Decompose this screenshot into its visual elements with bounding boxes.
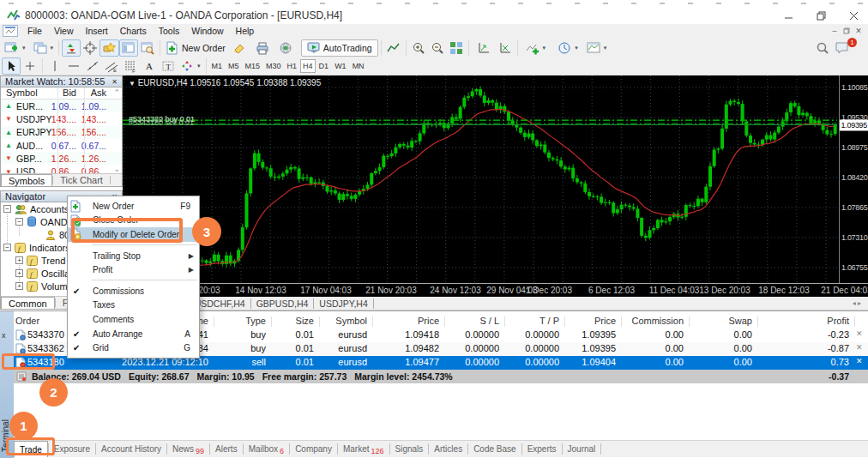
context-menu-item-profit[interactable]: Profit▶ xyxy=(68,262,199,277)
terminal-tab-articles[interactable]: Articles xyxy=(429,441,467,457)
periods-button[interactable]: ▾ xyxy=(555,39,581,57)
market-watch-col-ask[interactable]: Ask xyxy=(91,87,106,98)
timeframe-w1-button[interactable]: W1 xyxy=(332,59,349,73)
channel-tool-button[interactable]: E xyxy=(102,57,121,75)
search-icon[interactable] xyxy=(813,39,832,57)
child-minimize-button[interactable]: ‒ xyxy=(829,26,841,36)
window-restore-button[interactable] xyxy=(808,8,834,23)
terminal-col-swap[interactable]: Swap xyxy=(728,316,752,326)
templates-button[interactable]: ▾ xyxy=(584,39,610,57)
terminal-tab-experts[interactable]: Experts xyxy=(522,441,562,457)
market-watch-row[interactable]: ▲EUR...1.09...1.09... xyxy=(1,99,122,112)
terminal-col-s-l[interactable]: S / L xyxy=(479,316,499,326)
market-watch-col-symbol[interactable]: Symbol xyxy=(6,87,38,98)
timeframe-mn-button[interactable]: MN xyxy=(350,59,367,73)
market-watch-row[interactable]: ▲EURJPY156....156.... xyxy=(1,126,122,139)
menu-file[interactable]: File xyxy=(21,25,48,37)
timeframe-m30-button[interactable]: M30 xyxy=(263,59,284,73)
crosshair-tool-button[interactable] xyxy=(21,57,39,75)
fibonacci-tool-button[interactable]: F xyxy=(121,57,140,75)
terminal-tab-company[interactable]: Company xyxy=(290,441,337,457)
chart-shift-button[interactable] xyxy=(496,39,515,57)
close-order-icon[interactable]: ✕ xyxy=(856,357,863,365)
context-menu-item-taxes[interactable]: Taxes xyxy=(68,298,199,313)
chat-button[interactable]: 1 xyxy=(832,39,865,57)
print-button[interactable] xyxy=(253,39,272,57)
terminal-close-icon[interactable]: x xyxy=(2,331,6,340)
terminal-col-type[interactable]: Type xyxy=(245,316,266,326)
menu-insert[interactable]: Insert xyxy=(80,25,114,37)
profiles-button[interactable]: ▾ xyxy=(31,39,57,57)
data-window-button[interactable] xyxy=(81,39,99,57)
navigator-item-volumes[interactable]: +fVolumes xyxy=(1,280,77,292)
terminal-col-t-p[interactable]: T / P xyxy=(539,316,559,326)
navigator-item-accounts[interactable]: −Accounts xyxy=(1,203,69,214)
chart-tab-gbpusd-h4[interactable]: GBPUSD,H4 xyxy=(251,298,314,309)
terminal-col-size[interactable]: Size xyxy=(296,316,314,326)
horizontal-line-tool-button[interactable] xyxy=(64,57,83,75)
trendline-tool-button[interactable] xyxy=(83,57,102,75)
timeframe-m1-button[interactable]: M1 xyxy=(209,59,226,73)
navigator-item-indicators[interactable]: −fIndicators xyxy=(1,242,70,253)
terminal-tab-mailbox[interactable]: Mailbox6 xyxy=(244,441,289,457)
menu-help[interactable]: Help xyxy=(230,25,261,37)
market-watch-row[interactable]: ▲AUD...0.67...0.67... xyxy=(1,139,122,152)
context-menu-item-grid[interactable]: ✔GridG xyxy=(68,340,199,355)
child-close-button[interactable]: ✕ xyxy=(853,26,865,36)
context-menu-item-auto-arrange[interactable]: ✔Auto ArrangeA xyxy=(68,327,199,341)
terminal-col-price[interactable]: Price xyxy=(594,316,616,326)
terminal-col-order[interactable]: Order xyxy=(15,316,39,326)
auto-scroll-button[interactable] xyxy=(474,39,493,57)
terminal-tab-exposure[interactable]: Exposure xyxy=(49,441,95,457)
market-watch-scroll-down-icon[interactable]: ⌄ xyxy=(113,165,120,173)
window-minimize-button[interactable] xyxy=(775,8,801,23)
terminal-tab-signals[interactable]: Signals xyxy=(390,441,429,457)
market-watch-toggle-button[interactable] xyxy=(62,39,81,57)
menu-view[interactable]: View xyxy=(48,25,80,37)
close-order-icon[interactable]: ✕ xyxy=(856,343,863,352)
close-order-icon[interactable]: ✕ xyxy=(856,329,863,338)
new-chart-button[interactable]: ▾ xyxy=(2,39,28,57)
terminal-col-symbol[interactable]: Symbol xyxy=(335,316,367,326)
menu-tools[interactable]: Tools xyxy=(153,25,186,37)
market-watch-col-bid[interactable]: Bid xyxy=(63,87,76,98)
navigator-tab-common[interactable]: Common xyxy=(1,297,55,309)
chart-tab-scroll-icons[interactable]: ◂ ▸ xyxy=(853,299,861,307)
symbol-name[interactable]: AUD... xyxy=(16,141,43,151)
context-menu-item-comments[interactable]: Comments xyxy=(68,312,199,327)
zoom-in-button[interactable] xyxy=(409,39,428,57)
timeframe-h4-button[interactable]: H4 xyxy=(300,59,316,73)
child-restore-button[interactable] xyxy=(841,26,853,36)
terminal-col-commission[interactable]: Commission xyxy=(631,316,684,326)
navigator-toggle-button[interactable] xyxy=(99,39,119,57)
chart-window[interactable]: ▼ EURUSD,H4 1.09516 1.09545 1.09388 1.09… xyxy=(123,75,868,297)
news-button[interactable] xyxy=(276,39,295,57)
tile-windows-button[interactable] xyxy=(447,39,466,57)
context-menu-item-commissions[interactable]: ✔Commissions xyxy=(68,284,199,298)
strategy-tester-button[interactable] xyxy=(138,39,157,57)
symbol-name[interactable]: EUR... xyxy=(16,101,43,111)
label-tool-button[interactable]: T xyxy=(159,57,178,75)
terminal-tab-market[interactable]: Market126 xyxy=(338,441,389,457)
zoom-out-button[interactable] xyxy=(428,39,447,57)
arrows-tool-button[interactable]: ▾ xyxy=(178,57,203,75)
terminal-toggle-button[interactable] xyxy=(119,39,138,57)
terminal-tab-alerts[interactable]: Alerts xyxy=(210,441,243,457)
chart-tab-usdjpy-h4[interactable]: USDJPY,H4 xyxy=(314,298,372,309)
line-chart-button[interactable] xyxy=(384,39,403,57)
terminal-tab-journal[interactable]: Journal xyxy=(563,441,601,457)
terminal-col-price[interactable]: Price xyxy=(418,316,439,326)
context-menu-item-new-order[interactable]: New OrderF9 xyxy=(68,199,199,214)
market-watch-row[interactable]: ▼GBP...1.26...1.26... xyxy=(1,152,122,165)
menu-charts[interactable]: Charts xyxy=(114,25,153,37)
navigator-item-trend[interactable]: +fTrend xyxy=(1,255,65,266)
market-watch-close-icon[interactable]: ✕ xyxy=(112,78,118,86)
timeframe-m5-button[interactable]: M5 xyxy=(226,59,242,73)
market-watch-tab-symbols[interactable]: Symbols xyxy=(1,174,52,186)
menu-window[interactable]: Window xyxy=(185,25,229,37)
terminal-tab-account-history[interactable]: Account History xyxy=(96,441,166,457)
terminal-tab-news[interactable]: News99 xyxy=(167,441,209,457)
autotrading-button[interactable]: AutoTrading xyxy=(301,39,378,57)
timeframe-h1-button[interactable]: H1 xyxy=(285,59,300,73)
vertical-line-tool-button[interactable] xyxy=(45,57,64,75)
